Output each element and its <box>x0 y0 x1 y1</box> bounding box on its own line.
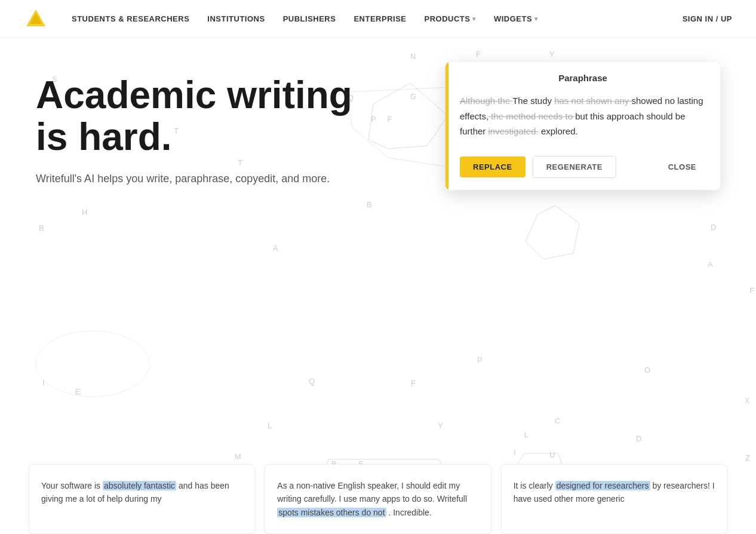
logo[interactable] <box>24 7 48 31</box>
hero-content: Academic writing is hard. Writefull's AI… <box>36 74 358 185</box>
background-letter: Y <box>549 50 555 59</box>
paraphrase-actions: REPLACE REGENERATE CLOSE <box>445 149 720 190</box>
svg-point-6 <box>36 331 149 397</box>
testimonial-3-text-before: It is clearly <box>514 481 555 490</box>
nav-products[interactable]: PRODUCTS ▾ <box>425 14 476 23</box>
background-letter: Y <box>438 421 443 430</box>
background-letter: F <box>749 286 754 295</box>
replacement-text-1: The study <box>512 96 554 106</box>
testimonials-section: Your software is absolutely fantastic an… <box>0 464 756 534</box>
logo-icon <box>24 7 48 31</box>
hero-title: Academic writing is hard. <box>36 74 358 158</box>
background-letter: B <box>367 200 372 209</box>
testimonial-1-highlight: absolutely fantastic <box>103 481 176 490</box>
original-text-4: investigated. <box>488 126 539 136</box>
background-letter: B <box>39 223 44 232</box>
background-letter: X <box>745 396 750 405</box>
original-text-3: the method needs to <box>488 111 575 121</box>
testimonial-2-text-before: As a non-native English speaker, I shoul… <box>277 481 467 504</box>
background-letter: A <box>708 260 713 269</box>
testimonial-card-2: As a non-native English speaker, I shoul… <box>265 464 491 534</box>
testimonial-card-1: Your software is absolutely fantastic an… <box>29 464 255 534</box>
testimonial-card-3: It is clearly designed for researchers b… <box>501 464 727 534</box>
paraphrase-title: Paraphrase <box>558 73 607 83</box>
original-text-2: has not shown any <box>554 96 631 106</box>
background-letter: D <box>711 223 716 232</box>
background-letter: U <box>549 450 555 459</box>
background-letter: A <box>273 244 278 253</box>
background-letter: P <box>477 355 483 364</box>
sign-in-button[interactable]: SIGN IN / UP <box>683 14 732 23</box>
paraphrase-card-body: Although the The study has not shown any… <box>445 86 720 149</box>
replace-button[interactable]: REPLACE <box>460 156 525 177</box>
replacement-text-4: explored. <box>539 126 578 136</box>
background-letter: D <box>636 434 641 443</box>
background-letter: M <box>235 452 241 461</box>
hero-subtitle: Writefull's AI helps you write, paraphra… <box>36 173 358 185</box>
paraphrase-card-header: Paraphrase <box>445 62 720 86</box>
background-letter: F <box>411 379 416 388</box>
card-accent-bar <box>445 62 448 190</box>
regenerate-button[interactable]: REGENERATE <box>533 156 616 178</box>
chevron-down-icon: ▾ <box>472 16 476 22</box>
paraphrase-card: Paraphrase Although the The study has no… <box>445 62 720 190</box>
background-letter: O <box>644 366 650 375</box>
nav-widgets[interactable]: WIDGETS ▾ <box>494 14 538 23</box>
chevron-down-icon: ▾ <box>534 16 538 22</box>
background-letter: F <box>476 50 481 59</box>
background-letter: G <box>410 92 416 101</box>
nav-publishers[interactable]: PUBLISHERS <box>283 14 336 23</box>
nav-enterprise[interactable]: ENTERPRISE <box>354 14 406 23</box>
close-button[interactable]: CLOSE <box>659 156 706 177</box>
navbar: STUDENTS & RESEARCHERS INSTITUTIONS PUBL… <box>0 0 756 38</box>
hero-section: SNFYTTQGPFNMMQBHABDAFPQFIEOXLYCLDMBSIUDI… <box>0 38 756 534</box>
background-letter: E <box>75 387 81 396</box>
testimonial-2-text-after: . Incredible. <box>386 508 432 517</box>
testimonial-2-highlight: spots mistakes others do not <box>277 508 386 517</box>
nav-institutions[interactable]: INSTITUTIONS <box>207 14 265 23</box>
background-letter: C <box>555 416 560 425</box>
background-letter: Z <box>745 453 750 462</box>
nav-links: STUDENTS & RESEARCHERS INSTITUTIONS PUBL… <box>72 14 683 23</box>
background-letter: Q <box>309 377 315 386</box>
background-letter: F <box>388 115 392 124</box>
background-letter: N <box>410 52 416 61</box>
testimonial-3-highlight: designed for researchers <box>555 481 650 490</box>
background-letter: I <box>514 448 516 457</box>
svg-marker-2 <box>368 83 448 149</box>
background-letter: L <box>268 421 272 430</box>
background-letter: P <box>371 115 376 124</box>
svg-marker-3 <box>525 205 579 259</box>
testimonial-1-text-before: Your software is <box>41 481 103 490</box>
background-letter: L <box>524 430 528 439</box>
nav-students[interactable]: STUDENTS & RESEARCHERS <box>72 14 189 23</box>
background-letter: H <box>82 208 87 217</box>
background-letter: I <box>42 378 45 387</box>
original-text-1: Although the <box>460 96 512 106</box>
